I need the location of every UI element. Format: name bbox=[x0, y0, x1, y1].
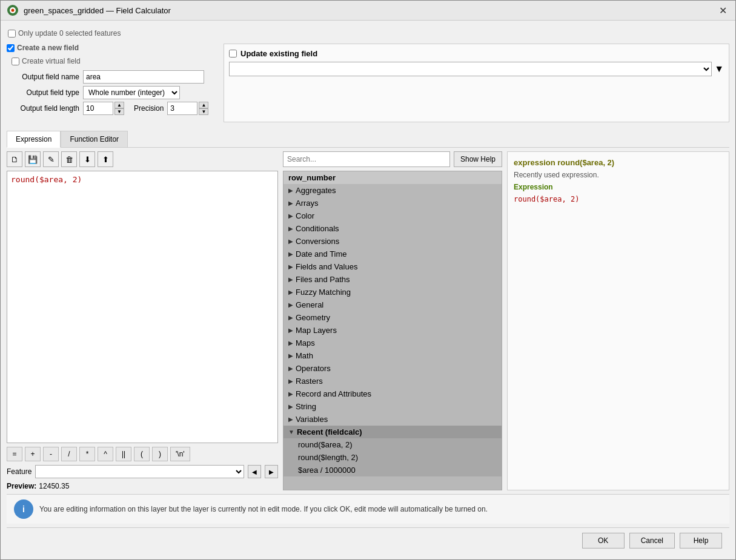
qgis-logo-icon bbox=[7, 4, 19, 16]
tabs-row: Expression Function Editor bbox=[7, 131, 729, 148]
list-item[interactable]: ▶ Fields and Values bbox=[283, 260, 502, 273]
open-paren-btn[interactable]: ( bbox=[134, 447, 150, 461]
list-item[interactable]: ▶ Maps bbox=[283, 337, 502, 349]
expand-icon: ▶ bbox=[288, 212, 293, 219]
expand-icon: ▶ bbox=[288, 225, 293, 232]
expand-icon: ▶ bbox=[288, 390, 293, 397]
field-calculator-window: green_spaces_gridded — Field Calculator … bbox=[0, 0, 736, 560]
save-expression-btn[interactable]: 💾 bbox=[25, 151, 41, 167]
list-item[interactable]: ▼ Recent (fieldcalc) bbox=[283, 426, 502, 438]
update-existing-select[interactable] bbox=[229, 62, 712, 76]
output-field-length-spinner: ▲ ▼ bbox=[83, 102, 124, 115]
files-and-paths-label: Files and Paths bbox=[296, 275, 350, 284]
power-btn[interactable]: ^ bbox=[98, 447, 113, 461]
list-item[interactable]: round($area, 2) bbox=[283, 438, 502, 451]
list-item[interactable]: ▶ Rasters bbox=[283, 375, 502, 387]
output-field-length-input[interactable] bbox=[83, 102, 113, 115]
expand-icon: ▶ bbox=[288, 301, 293, 308]
close-button[interactable]: ✕ bbox=[717, 5, 729, 16]
only-update-label[interactable]: Only update 0 selected features bbox=[8, 29, 728, 38]
delete-expression-btn[interactable]: 🗑 bbox=[61, 151, 77, 167]
list-item[interactable]: $area / 1000000 bbox=[283, 464, 502, 476]
precision-up[interactable]: ▲ bbox=[199, 102, 208, 108]
new-expression-btn[interactable]: 🗋 bbox=[7, 151, 22, 167]
top-two-columns: Create a new field Create virtual field … bbox=[7, 44, 729, 122]
bottom-info-text: You are editing information on this laye… bbox=[39, 505, 488, 513]
tab-function-editor[interactable]: Function Editor bbox=[61, 131, 128, 147]
output-field-length-down[interactable]: ▼ bbox=[114, 108, 124, 115]
create-virtual-section: Create virtual field bbox=[7, 57, 219, 65]
minus-btn[interactable]: - bbox=[43, 447, 59, 461]
close-paren-btn[interactable]: ) bbox=[152, 447, 168, 461]
expand-icon: ▶ bbox=[288, 403, 293, 410]
expand-icon: ▶ bbox=[288, 187, 293, 194]
maps-label: Maps bbox=[296, 338, 315, 348]
create-virtual-checkbox[interactable] bbox=[12, 58, 19, 65]
multiply-btn[interactable]: * bbox=[79, 447, 95, 461]
list-item[interactable]: ▶ Map Layers bbox=[283, 324, 502, 337]
string-label: String bbox=[296, 402, 316, 411]
list-item[interactable]: ▶ Conversions bbox=[283, 235, 502, 248]
tab-expression[interactable]: Expression bbox=[7, 131, 61, 148]
show-help-btn[interactable]: Show Help bbox=[454, 151, 502, 167]
expand-icon: ▶ bbox=[288, 365, 293, 372]
feature-select[interactable] bbox=[35, 465, 244, 478]
output-field-length-up[interactable]: ▲ bbox=[114, 102, 124, 108]
next-feature-btn[interactable]: ▶ bbox=[265, 465, 278, 478]
create-new-field-label[interactable]: Create a new field bbox=[7, 44, 219, 52]
equals-btn[interactable]: = bbox=[7, 447, 22, 461]
list-item[interactable]: ▶ Aggregates bbox=[283, 184, 502, 197]
list-item[interactable]: ▶ Math bbox=[283, 349, 502, 362]
help-title: expression round($area, 2) bbox=[514, 158, 723, 167]
output-field-type-select[interactable]: Whole number (integer) bbox=[83, 86, 180, 99]
list-item[interactable]: ▶ Fuzzy Matching bbox=[283, 286, 502, 298]
right-top: Update existing field ▼ bbox=[224, 44, 729, 122]
expand-icon: ▶ bbox=[288, 340, 293, 346]
preview-label: Preview: bbox=[7, 482, 36, 490]
edit-expression-btn[interactable]: ✎ bbox=[43, 151, 59, 167]
newline-btn[interactable]: '\n' bbox=[170, 447, 190, 461]
ok-button[interactable]: OK bbox=[582, 533, 625, 548]
cancel-button[interactable]: Cancel bbox=[629, 533, 675, 548]
expand-icon: ▶ bbox=[288, 327, 293, 334]
functions-list: row_number ▶ Aggregates ▶ Arrays ▶ Col bbox=[283, 171, 502, 490]
list-item[interactable]: ▶ Conditionals bbox=[283, 222, 502, 235]
search-input[interactable] bbox=[283, 151, 450, 167]
expand-icon: ▶ bbox=[288, 238, 293, 245]
only-update-checkbox[interactable] bbox=[8, 30, 16, 38]
expand-icon: ▶ bbox=[288, 378, 293, 384]
list-item[interactable]: ▶ Arrays bbox=[283, 197, 502, 209]
expr-toolbar: 🗋 💾 ✎ 🗑 ⬇ ⬆ bbox=[7, 151, 278, 167]
output-field-length-row: Output field length ▲ ▼ Precision ▲ bbox=[7, 102, 219, 115]
list-item[interactable]: ▶ Operators bbox=[283, 362, 502, 375]
help-recently-used: Recently used expression. bbox=[514, 171, 723, 179]
list-item[interactable]: ▶ Files and Paths bbox=[283, 273, 502, 286]
expression-textarea[interactable]: round($area, 2) bbox=[7, 171, 278, 443]
list-item[interactable]: ▶ Color bbox=[283, 209, 502, 222]
precision-down[interactable]: ▼ bbox=[199, 108, 208, 115]
concat-btn[interactable]: || bbox=[116, 447, 131, 461]
functions-list-wrapper: row_number ▶ Aggregates ▶ Arrays ▶ Col bbox=[283, 171, 502, 490]
list-item[interactable]: ▶ String bbox=[283, 400, 502, 413]
update-existing-checkbox[interactable] bbox=[229, 50, 237, 58]
expand-icon: ▶ bbox=[288, 289, 293, 295]
prev-feature-btn[interactable]: ◀ bbox=[248, 465, 261, 478]
export-expression-btn[interactable]: ⬆ bbox=[98, 151, 113, 167]
list-item[interactable]: ▶ Date and Time bbox=[283, 248, 502, 260]
precision-input[interactable] bbox=[167, 102, 197, 115]
list-item[interactable]: ▶ General bbox=[283, 298, 502, 311]
list-item[interactable]: ▶ Record and Attributes bbox=[283, 387, 502, 400]
list-item[interactable]: row_number bbox=[283, 171, 502, 184]
create-new-field-checkbox[interactable] bbox=[7, 44, 15, 52]
color-label: Color bbox=[296, 211, 314, 220]
precision-spinner-btns: ▲ ▼ bbox=[199, 102, 208, 115]
output-field-name-input[interactable] bbox=[83, 70, 204, 84]
divide-btn[interactable]: / bbox=[61, 447, 77, 461]
plus-btn[interactable]: + bbox=[25, 447, 41, 461]
create-virtual-label[interactable]: Create virtual field bbox=[12, 57, 219, 65]
help-button[interactable]: Help bbox=[680, 533, 722, 548]
list-item[interactable]: ▶ Variables bbox=[283, 413, 502, 426]
list-item[interactable]: ▶ Geometry bbox=[283, 311, 502, 324]
load-expression-btn[interactable]: ⬇ bbox=[79, 151, 95, 167]
list-item[interactable]: round($length, 2) bbox=[283, 451, 502, 464]
